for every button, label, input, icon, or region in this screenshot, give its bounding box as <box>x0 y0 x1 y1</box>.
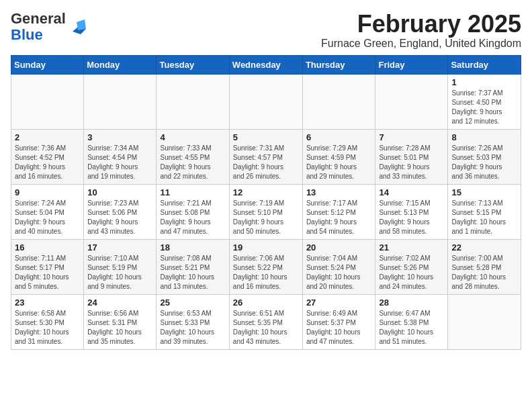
day-number: 11 <box>160 187 225 197</box>
day-info: Sunrise: 7:36 AM Sunset: 4:52 PM Dayligh… <box>15 144 80 181</box>
calendar-cell: 21Sunrise: 7:02 AM Sunset: 5:26 PM Dayli… <box>375 239 448 294</box>
day-number: 3 <box>87 132 152 142</box>
day-number: 18 <box>160 242 225 253</box>
calendar-cell: 6Sunrise: 7:29 AM Sunset: 4:59 PM Daylig… <box>302 129 375 184</box>
day-number: 5 <box>233 132 299 142</box>
day-info: Sunrise: 7:08 AM Sunset: 5:21 PM Dayligh… <box>160 254 225 291</box>
calendar-cell: 8Sunrise: 7:26 AM Sunset: 5:03 PM Daylig… <box>448 129 521 184</box>
location-title: Furnace Green, England, United Kingdom <box>321 38 521 50</box>
logo: General Blue <box>11 11 87 43</box>
title-area: February 2025 Furnace Green, England, Un… <box>321 11 521 50</box>
day-number: 4 <box>160 132 225 142</box>
weekday-header-monday: Monday <box>84 55 157 74</box>
day-number: 15 <box>451 187 517 197</box>
day-info: Sunrise: 7:00 AM Sunset: 5:28 PM Dayligh… <box>451 254 517 291</box>
calendar-cell: 14Sunrise: 7:15 AM Sunset: 5:13 PM Dayli… <box>375 184 448 239</box>
weekday-header-tuesday: Tuesday <box>157 55 229 74</box>
weekday-header-saturday: Saturday <box>448 55 521 74</box>
calendar-table: SundayMondayTuesdayWednesdayThursdayFrid… <box>11 55 521 350</box>
calendar-cell: 12Sunrise: 7:19 AM Sunset: 5:10 PM Dayli… <box>229 184 302 239</box>
calendar-week-row: 9Sunrise: 7:24 AM Sunset: 5:04 PM Daylig… <box>11 184 521 239</box>
calendar-cell <box>448 294 521 349</box>
day-info: Sunrise: 7:02 AM Sunset: 5:26 PM Dayligh… <box>379 254 444 291</box>
day-info: Sunrise: 6:49 AM Sunset: 5:37 PM Dayligh… <box>306 309 372 347</box>
day-number: 14 <box>379 187 444 197</box>
day-number: 10 <box>87 187 152 197</box>
day-info: Sunrise: 7:11 AM Sunset: 5:17 PM Dayligh… <box>15 254 80 291</box>
day-info: Sunrise: 7:19 AM Sunset: 5:10 PM Dayligh… <box>233 199 299 236</box>
calendar-cell: 15Sunrise: 7:13 AM Sunset: 5:15 PM Dayli… <box>448 184 521 239</box>
page-header: General Blue February 2025 Furnace Green… <box>11 11 521 50</box>
day-number: 1 <box>451 77 517 87</box>
calendar-cell <box>302 74 375 129</box>
calendar-cell: 13Sunrise: 7:17 AM Sunset: 5:12 PM Dayli… <box>302 184 375 239</box>
day-number: 23 <box>15 298 80 308</box>
day-info: Sunrise: 6:58 AM Sunset: 5:30 PM Dayligh… <box>15 309 80 347</box>
weekday-header-wednesday: Wednesday <box>229 55 302 74</box>
day-number: 8 <box>451 132 517 142</box>
day-number: 26 <box>233 298 299 308</box>
calendar-cell: 26Sunrise: 6:51 AM Sunset: 5:35 PM Dayli… <box>229 294 302 349</box>
svg-marker-1 <box>77 19 86 30</box>
day-number: 22 <box>451 242 517 253</box>
day-info: Sunrise: 6:56 AM Sunset: 5:31 PM Dayligh… <box>87 309 152 347</box>
day-info: Sunrise: 6:53 AM Sunset: 5:33 PM Dayligh… <box>160 309 225 347</box>
day-info: Sunrise: 7:13 AM Sunset: 5:15 PM Dayligh… <box>451 199 517 236</box>
day-number: 24 <box>87 298 152 308</box>
calendar-cell: 27Sunrise: 6:49 AM Sunset: 5:37 PM Dayli… <box>302 294 375 349</box>
day-number: 21 <box>379 242 444 253</box>
calendar-cell: 19Sunrise: 7:06 AM Sunset: 5:22 PM Dayli… <box>229 239 302 294</box>
calendar-cell: 18Sunrise: 7:08 AM Sunset: 5:21 PM Dayli… <box>157 239 229 294</box>
calendar-cell: 24Sunrise: 6:56 AM Sunset: 5:31 PM Dayli… <box>84 294 157 349</box>
day-info: Sunrise: 7:29 AM Sunset: 4:59 PM Dayligh… <box>306 144 372 181</box>
day-number: 27 <box>306 298 372 308</box>
calendar-cell: 5Sunrise: 7:31 AM Sunset: 4:57 PM Daylig… <box>229 129 302 184</box>
calendar-cell: 2Sunrise: 7:36 AM Sunset: 4:52 PM Daylig… <box>11 129 84 184</box>
calendar-cell: 1Sunrise: 7:37 AM Sunset: 4:50 PM Daylig… <box>448 74 521 129</box>
day-info: Sunrise: 7:17 AM Sunset: 5:12 PM Dayligh… <box>306 199 372 236</box>
calendar-week-row: 1Sunrise: 7:37 AM Sunset: 4:50 PM Daylig… <box>11 74 521 129</box>
weekday-header-friday: Friday <box>375 55 448 74</box>
day-number: 2 <box>15 132 80 142</box>
calendar-cell: 10Sunrise: 7:23 AM Sunset: 5:06 PM Dayli… <box>84 184 157 239</box>
day-info: Sunrise: 7:37 AM Sunset: 4:50 PM Dayligh… <box>451 89 517 126</box>
day-info: Sunrise: 7:34 AM Sunset: 4:54 PM Dayligh… <box>87 144 152 181</box>
day-info: Sunrise: 7:06 AM Sunset: 5:22 PM Dayligh… <box>233 254 299 291</box>
calendar-cell <box>84 74 157 129</box>
calendar-cell <box>229 74 302 129</box>
weekday-header-row: SundayMondayTuesdayWednesdayThursdayFrid… <box>11 55 521 74</box>
calendar-cell: 7Sunrise: 7:28 AM Sunset: 5:01 PM Daylig… <box>375 129 448 184</box>
day-number: 6 <box>306 132 372 142</box>
calendar-cell: 16Sunrise: 7:11 AM Sunset: 5:17 PM Dayli… <box>11 239 84 294</box>
day-number: 17 <box>87 242 152 253</box>
calendar-cell <box>11 74 84 129</box>
logo-icon <box>67 17 87 37</box>
calendar-week-row: 23Sunrise: 6:58 AM Sunset: 5:30 PM Dayli… <box>11 294 521 349</box>
calendar-cell: 28Sunrise: 6:47 AM Sunset: 5:38 PM Dayli… <box>375 294 448 349</box>
day-info: Sunrise: 7:28 AM Sunset: 5:01 PM Dayligh… <box>379 144 444 181</box>
day-info: Sunrise: 6:47 AM Sunset: 5:38 PM Dayligh… <box>379 309 444 347</box>
day-info: Sunrise: 7:26 AM Sunset: 5:03 PM Dayligh… <box>451 144 517 181</box>
weekday-header-thursday: Thursday <box>302 55 375 74</box>
calendar-cell: 17Sunrise: 7:10 AM Sunset: 5:19 PM Dayli… <box>84 239 157 294</box>
day-number: 9 <box>15 187 80 197</box>
day-number: 16 <box>15 242 80 253</box>
day-info: Sunrise: 7:15 AM Sunset: 5:13 PM Dayligh… <box>379 199 444 236</box>
logo-general: General <box>11 10 66 27</box>
calendar-cell <box>375 74 448 129</box>
calendar-cell: 3Sunrise: 7:34 AM Sunset: 4:54 PM Daylig… <box>84 129 157 184</box>
day-number: 7 <box>379 132 444 142</box>
day-info: Sunrise: 7:21 AM Sunset: 5:08 PM Dayligh… <box>160 199 225 236</box>
day-info: Sunrise: 6:51 AM Sunset: 5:35 PM Dayligh… <box>233 309 299 347</box>
calendar-cell: 22Sunrise: 7:00 AM Sunset: 5:28 PM Dayli… <box>448 239 521 294</box>
calendar-cell: 9Sunrise: 7:24 AM Sunset: 5:04 PM Daylig… <box>11 184 84 239</box>
day-number: 25 <box>160 298 225 308</box>
day-number: 13 <box>306 187 372 197</box>
day-info: Sunrise: 7:23 AM Sunset: 5:06 PM Dayligh… <box>87 199 152 236</box>
day-info: Sunrise: 7:04 AM Sunset: 5:24 PM Dayligh… <box>306 254 372 291</box>
calendar-week-row: 16Sunrise: 7:11 AM Sunset: 5:17 PM Dayli… <box>11 239 521 294</box>
day-number: 28 <box>379 298 444 308</box>
logo-blue: Blue <box>11 26 43 43</box>
day-number: 12 <box>233 187 299 197</box>
calendar-cell: 20Sunrise: 7:04 AM Sunset: 5:24 PM Dayli… <box>302 239 375 294</box>
